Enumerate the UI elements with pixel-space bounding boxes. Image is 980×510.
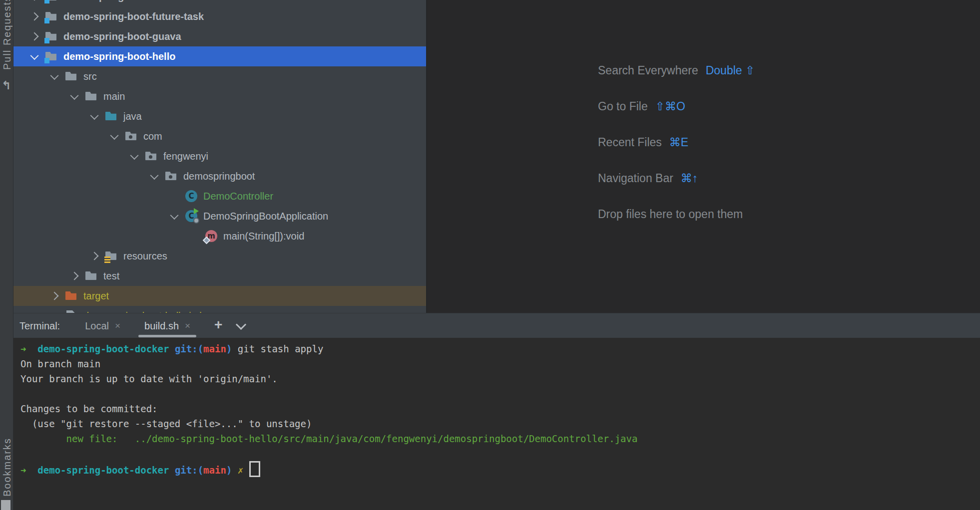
chevron-down-icon[interactable] bbox=[30, 51, 39, 60]
chevron-down-icon[interactable] bbox=[90, 111, 99, 120]
exclfolder-icon bbox=[65, 290, 77, 302]
tree-item-label: main(String[]):void bbox=[223, 231, 304, 242]
terminal-text-segment bbox=[169, 465, 174, 476]
terminal-tab-build.sh[interactable]: build.sh× bbox=[137, 313, 197, 338]
pull-requests-toolwindow-button[interactable]: Pull Requests bbox=[1, 0, 13, 70]
tree-row[interactable]: test bbox=[13, 266, 427, 286]
chevron-down-icon[interactable] bbox=[150, 171, 159, 180]
terminal-text-segment: new file: ../demo-spring-boot-hello/src/… bbox=[66, 433, 638, 444]
terminal-text-segment bbox=[169, 343, 174, 354]
chevron-right-icon[interactable] bbox=[30, 32, 39, 41]
editor-empty-area[interactable]: Search EverywhereDouble ⇧Go to File⇧⌘ORe… bbox=[427, 0, 980, 313]
terminal-text-segment: On branch main bbox=[20, 358, 100, 369]
chevron-down-icon[interactable] bbox=[70, 91, 79, 100]
tree-row[interactable]: CDemoController bbox=[13, 186, 427, 206]
folder-icon bbox=[85, 90, 97, 102]
tree-row[interactable]: main bbox=[13, 86, 427, 106]
terminal-line: new file: ../demo-spring-boot-hello/src/… bbox=[20, 431, 980, 446]
icon-letter: m bbox=[205, 230, 217, 242]
close-icon[interactable]: × bbox=[115, 320, 120, 331]
shortcut-keys: ⌘↑ bbox=[681, 172, 698, 185]
shortcut-action-label: Recent Files bbox=[598, 136, 662, 149]
terminal-text-segment: demo-spring-boot-docker bbox=[37, 343, 169, 354]
tree-row[interactable]: src bbox=[13, 66, 427, 86]
chevron-down-icon[interactable] bbox=[236, 319, 246, 329]
shortcut-hint-line: Recent Files⌘E bbox=[598, 136, 755, 152]
bookmarks-toolwindow-button[interactable]: Bookmarks bbox=[1, 438, 13, 497]
icon-letter: C bbox=[185, 190, 197, 202]
terminal-text-segment: ✗ bbox=[238, 465, 243, 476]
left-toolwindow-stripe: Pull Requests ↰ Bookmarks bbox=[0, 0, 13, 510]
tree-item-label: demo-spring-boot-future-task bbox=[63, 11, 204, 22]
tree-row[interactable]: java bbox=[13, 106, 427, 126]
chevron-down-icon[interactable] bbox=[170, 211, 179, 220]
folder-icon bbox=[85, 270, 97, 282]
terminal-line: (use "git restore --staged <file>..." to… bbox=[20, 416, 980, 431]
srcfolder-icon bbox=[105, 110, 117, 122]
terminal-text-segment: (use "git restore --staged <file>..." to… bbox=[20, 418, 312, 429]
shortcut-hint-line: Drop files here to open them bbox=[598, 208, 755, 224]
tree-item-label: DemoController bbox=[203, 191, 273, 202]
chevron-down-icon[interactable] bbox=[50, 71, 59, 80]
shortcut-action-label: Drop files here to open them bbox=[598, 208, 743, 221]
project-tree-panel: demo-spring-boot-featuredemo-spring-boot… bbox=[13, 0, 427, 313]
tree-item-label: main bbox=[103, 91, 125, 102]
tree-row[interactable]: demo-spring-boot-hello.iml bbox=[13, 306, 427, 313]
close-icon[interactable]: × bbox=[185, 320, 190, 331]
terminal-text-segment bbox=[20, 433, 66, 444]
tree-row[interactable]: demospringboot bbox=[13, 166, 427, 186]
terminal-tab-label: build.sh bbox=[144, 320, 179, 332]
package-icon bbox=[165, 170, 177, 182]
resfolder-icon bbox=[105, 250, 117, 262]
tree-item-label: java bbox=[123, 111, 142, 122]
tree-row[interactable]: target bbox=[13, 286, 427, 306]
tree-row[interactable]: com bbox=[13, 126, 427, 146]
shortcut-keys: ⇧⌘O bbox=[655, 100, 685, 113]
tree-row[interactable]: demo-spring-boot-future-task bbox=[13, 6, 427, 26]
terminal-output[interactable]: ➜ demo-spring-boot-docker git:(main) git… bbox=[13, 338, 980, 510]
tree-item-label: src bbox=[83, 71, 97, 82]
terminal-text-segment: ➜ bbox=[20, 465, 26, 476]
terminal-text-segment: main bbox=[203, 465, 226, 476]
tree-row[interactable]: fengwenyi bbox=[13, 146, 427, 166]
module-icon bbox=[45, 10, 57, 22]
tree-item-label: demo-spring-boot-feature bbox=[63, 0, 185, 2]
tree-row[interactable]: mmain(String[]):void bbox=[13, 226, 427, 246]
class-icon: C bbox=[185, 190, 197, 202]
chevron-right-icon[interactable] bbox=[30, 12, 39, 21]
terminal-line bbox=[20, 446, 980, 461]
shortcut-action-label: Go to File bbox=[598, 100, 648, 113]
terminal-text-segment: main bbox=[203, 343, 226, 354]
toolwindow-icon-partial[interactable] bbox=[1, 500, 10, 510]
method-icon: m bbox=[205, 230, 217, 242]
project-tree: demo-spring-boot-featuredemo-spring-boot… bbox=[13, 0, 426, 313]
terminal-line: ➜ demo-spring-boot-docker git:(main) git… bbox=[20, 341, 980, 356]
package-icon bbox=[125, 130, 137, 142]
tree-row[interactable]: demo-spring-boot-feature bbox=[13, 0, 427, 6]
tree-row[interactable]: resources bbox=[13, 246, 427, 266]
terminal-cursor bbox=[249, 461, 260, 477]
tree-row[interactable]: CDemoSpringBootApplication bbox=[13, 206, 427, 226]
folder-icon bbox=[65, 70, 77, 82]
terminal-tab-Local[interactable]: Local× bbox=[78, 313, 127, 338]
shortcut-hint-line: Go to File⇧⌘O bbox=[598, 100, 755, 116]
module-icon bbox=[45, 50, 57, 62]
chevron-right-icon[interactable] bbox=[50, 292, 59, 300]
package-icon bbox=[145, 150, 157, 162]
editor-shortcut-hints: Search EverywhereDouble ⇧Go to File⇧⌘ORe… bbox=[598, 64, 755, 244]
bent-arrow-icon[interactable]: ↰ bbox=[1, 79, 11, 92]
chevron-down-icon[interactable] bbox=[110, 131, 119, 140]
terminal-text-segment bbox=[26, 465, 37, 476]
tree-item-label: fengwenyi bbox=[163, 151, 208, 162]
chevron-right-icon[interactable] bbox=[90, 252, 99, 260]
tree-row[interactable]: demo-spring-boot-hello bbox=[13, 46, 427, 66]
chevron-right-icon[interactable] bbox=[70, 272, 79, 280]
new-terminal-tab-button[interactable]: + bbox=[214, 317, 222, 333]
terminal-text-segment: ) bbox=[226, 343, 232, 354]
chevron-down-icon[interactable] bbox=[130, 151, 139, 160]
shortcut-keys: Double ⇧ bbox=[706, 64, 755, 77]
terminal-text-segment: Changes to be committed: bbox=[20, 403, 158, 414]
tree-row[interactable]: demo-spring-boot-guava bbox=[13, 26, 427, 46]
tree-item-label: DemoSpringBootApplication bbox=[203, 211, 328, 222]
chevron-right-icon[interactable] bbox=[30, 0, 39, 0]
